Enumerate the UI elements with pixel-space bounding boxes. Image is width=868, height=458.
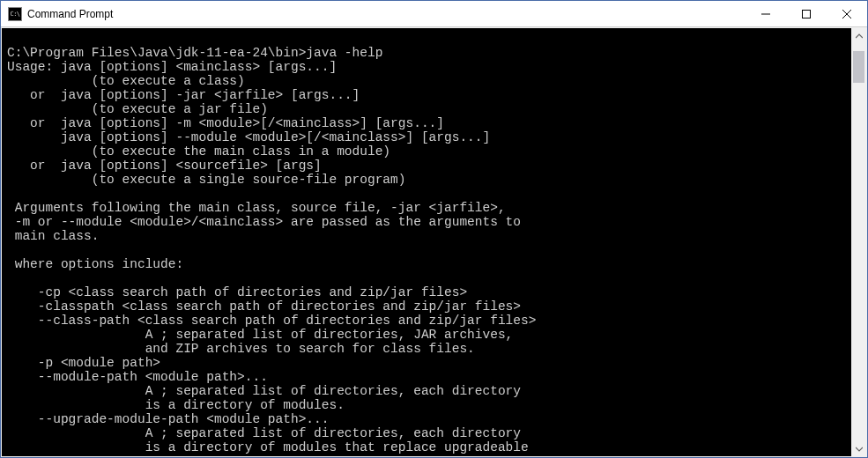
maximize-button[interactable] <box>786 1 827 26</box>
scroll-down-button[interactable] <box>851 441 866 456</box>
chevron-down-icon <box>856 446 863 453</box>
chevron-up-icon <box>856 33 863 40</box>
titlebar[interactable]: C:\ Command Prompt <box>1 1 867 27</box>
close-button[interactable] <box>827 1 867 26</box>
minimize-button[interactable] <box>746 1 786 26</box>
window-controls <box>746 1 867 26</box>
minimize-icon <box>761 10 770 18</box>
app-icon: C:\ <box>8 7 22 21</box>
command-prompt-window: C:\ Command Prompt C:\Program Files\Java… <box>0 0 868 458</box>
maximize-icon <box>802 10 811 18</box>
scroll-up-button[interactable] <box>851 28 866 43</box>
svg-rect-1 <box>803 10 811 18</box>
vertical-scrollbar[interactable] <box>851 28 866 456</box>
close-icon <box>842 10 851 18</box>
scroll-thumb[interactable] <box>853 51 864 83</box>
client-area: C:\Program Files\Java\jdk-11-ea-24\bin>j… <box>1 27 867 457</box>
window-title: Command Prompt <box>27 8 746 20</box>
terminal-output[interactable]: C:\Program Files\Java\jdk-11-ea-24\bin>j… <box>2 28 851 456</box>
